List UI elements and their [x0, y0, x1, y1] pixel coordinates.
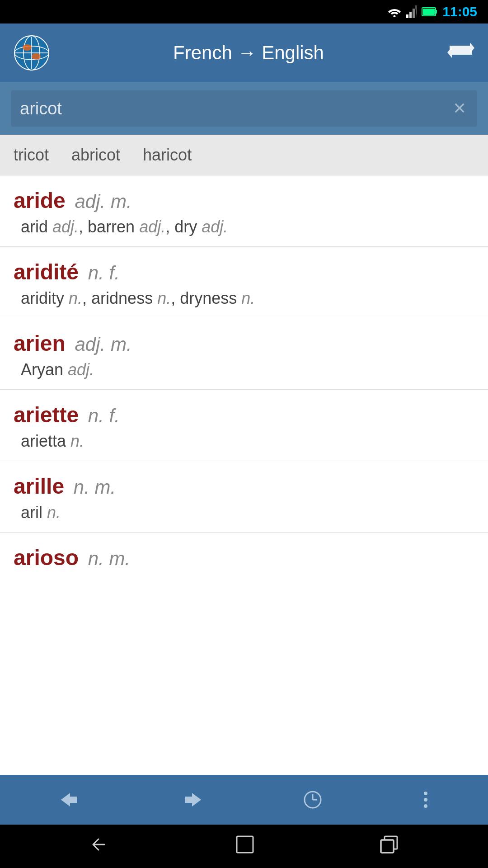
entry-word: arioso: [14, 546, 79, 570]
signal-icon: [406, 5, 417, 18]
app-logo[interactable]: [14, 35, 50, 71]
suggestions-bar: tricot abricot haricot: [0, 135, 488, 175]
entry-grammar: n. m.: [74, 476, 116, 498]
entry-header: arille n. m.: [14, 474, 474, 499]
entry-word: aride: [14, 189, 66, 212]
svg-point-19: [424, 798, 427, 802]
more-options-button[interactable]: [408, 785, 443, 814]
app-header: French → English: [0, 24, 488, 82]
entry-word: arille: [14, 474, 64, 498]
entry-arioso[interactable]: arioso n. m.: [0, 533, 488, 585]
android-recents-button[interactable]: [379, 834, 399, 859]
entry-word: aridité: [14, 260, 79, 284]
entry-grammar: adj. m.: [75, 191, 132, 212]
search-input[interactable]: [20, 99, 451, 118]
entry-header: aride adj. m.: [14, 188, 474, 213]
entry-grammar: n. f.: [88, 405, 120, 426]
svg-rect-2: [409, 12, 412, 18]
forward-button[interactable]: [167, 786, 217, 813]
svg-rect-1: [406, 14, 408, 18]
entry-translations: arietta n.: [14, 432, 474, 451]
suggestion-abricot[interactable]: abricot: [71, 146, 120, 165]
svg-rect-3: [413, 9, 415, 18]
history-button[interactable]: [289, 785, 336, 814]
search-bar: ✕: [0, 82, 488, 135]
status-time: 11:05: [442, 4, 477, 19]
entry-grammar: adj. m.: [75, 334, 132, 355]
android-nav: [0, 825, 488, 868]
status-icons: 11:05: [387, 4, 477, 19]
entry-translations: aril n.: [14, 503, 474, 522]
header-title: French → English: [50, 42, 447, 64]
entry-header: arien adj. m.: [14, 331, 474, 356]
svg-rect-7: [423, 9, 435, 15]
svg-rect-23: [381, 840, 394, 853]
svg-point-20: [424, 804, 427, 808]
swap-languages-button[interactable]: [447, 39, 474, 67]
svg-point-13: [23, 44, 32, 51]
search-input-container[interactable]: ✕: [11, 90, 477, 127]
entry-grammar: n. m.: [88, 548, 130, 569]
entry-translations: Aryan adj.: [14, 360, 474, 379]
status-bar: 11:05: [0, 0, 488, 24]
entry-translations: arid adj., barren adj., dry adj.: [14, 217, 474, 236]
svg-point-14: [32, 53, 41, 60]
android-home-button[interactable]: [235, 834, 255, 859]
wifi-icon: [387, 6, 402, 17]
entry-header: aridité n. f.: [14, 259, 474, 284]
entry-translations: aridity n., aridness n., dryness n.: [14, 289, 474, 308]
entry-arien[interactable]: arien adj. m. Aryan adj.: [0, 318, 488, 390]
entry-arille[interactable]: arille n. m. aril n.: [0, 461, 488, 533]
entry-aridite[interactable]: aridité n. f. aridity n., aridness n., d…: [0, 247, 488, 318]
svg-point-0: [394, 15, 396, 18]
back-button[interactable]: [45, 786, 95, 813]
suggestion-tricot[interactable]: tricot: [14, 146, 49, 165]
entry-aride[interactable]: aride adj. m. arid adj., barren adj., dr…: [0, 175, 488, 247]
clear-search-button[interactable]: ✕: [451, 97, 468, 120]
android-back-button[interactable]: [89, 835, 111, 858]
entry-grammar: n. f.: [88, 262, 120, 283]
entry-header: ariette n. f.: [14, 402, 474, 427]
entry-ariette[interactable]: ariette n. f. arietta n.: [0, 390, 488, 461]
svg-rect-6: [436, 10, 437, 14]
entry-header: arioso n. m.: [14, 545, 474, 570]
svg-rect-21: [237, 836, 253, 853]
svg-marker-4: [415, 5, 417, 18]
entry-word: arien: [14, 331, 66, 355]
entry-word: ariette: [14, 403, 79, 427]
svg-point-18: [424, 792, 427, 795]
battery-icon: [422, 6, 438, 17]
entries-list: aride adj. m. arid adj., barren adj., dr…: [0, 175, 488, 775]
bottom-nav: [0, 775, 488, 825]
suggestion-haricot[interactable]: haricot: [143, 146, 192, 165]
